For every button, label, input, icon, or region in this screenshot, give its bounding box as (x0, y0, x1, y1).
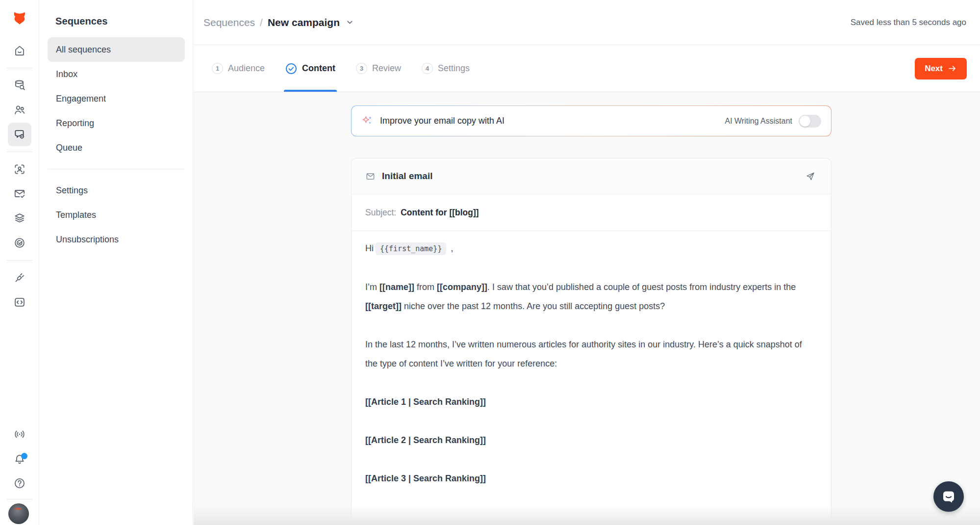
main-area: Sequences / New campaign Saved less than… (194, 0, 980, 525)
rail-item-users[interactable] (8, 98, 31, 122)
arrow-right-icon (948, 64, 957, 73)
layers-icon (13, 212, 26, 225)
sidebar-item-all-sequences[interactable]: All sequences (48, 37, 185, 62)
breadcrumb: Sequences / New campaign (203, 17, 354, 28)
rail-item-help[interactable] (8, 472, 31, 495)
sidebar-item-unsubscriptions[interactable]: Unsubscriptions (48, 227, 185, 252)
notification-dot (21, 453, 27, 459)
user-avatar[interactable] (8, 503, 29, 524)
rail-item-database-search[interactable] (8, 74, 31, 97)
app-window: Sequences All sequencesInboxEngagementRe… (0, 0, 980, 525)
sidebar: Sequences All sequencesInboxEngagementRe… (40, 0, 193, 525)
check-circle-icon (285, 63, 297, 75)
rail-item-broadcast[interactable] (8, 422, 31, 446)
person-scan-icon (13, 163, 26, 176)
icon-rail (0, 0, 39, 525)
database-search-icon (13, 79, 26, 92)
step-number: 3 (356, 63, 367, 74)
chat-target-icon (13, 128, 26, 141)
body-text: I’m (365, 282, 379, 292)
tab-audience[interactable]: 1Audience (212, 45, 265, 92)
sparkles-icon (361, 115, 374, 127)
email-paragraph: [[Article 1 | Search Ranking]] (365, 393, 807, 412)
email-paragraph: In the last 12 months, I’ve written nume… (365, 335, 807, 373)
sidebar-title: Sequences (40, 0, 193, 27)
email-title: Initial email (382, 171, 803, 182)
tab-label: Settings (438, 63, 470, 74)
fallback-tag: [[target]] (365, 301, 402, 311)
email-paragraph: Hi{{first_name}} , (365, 239, 807, 259)
tab-label: Review (372, 63, 401, 74)
tab-review[interactable]: 3Review (356, 45, 401, 92)
email-paragraph: I’m [[name]] from [[company]]. I saw tha… (365, 278, 807, 316)
rail-item-chat-target[interactable] (8, 123, 31, 146)
sidebar-item-settings[interactable]: Settings (48, 178, 185, 203)
chat-launcher-button[interactable] (933, 481, 964, 512)
sidebar-item-inbox[interactable]: Inbox (48, 62, 185, 86)
code-icon (13, 296, 26, 309)
divider (7, 499, 32, 499)
body-text: Hi (365, 243, 374, 253)
rail-item-code[interactable] (8, 290, 31, 314)
rail-item-person-scan[interactable] (8, 158, 31, 181)
body-text: In the last 12 months, I’ve written nume… (365, 340, 802, 368)
email-card-header: Initial email (352, 158, 831, 194)
ai-banner: Improve your email copy with AI AI Writi… (351, 105, 831, 136)
email-body-editor[interactable]: Hi{{first_name}} ,I’m [[name]] from [[co… (352, 231, 831, 518)
fallback-tag: [[Article 3 | Search Ranking]] (365, 473, 486, 483)
sidebar-item-engagement[interactable]: Engagement (48, 86, 185, 111)
body-text: from (414, 282, 437, 292)
mail-check-icon (13, 187, 26, 200)
body-text: , (448, 243, 453, 253)
steps-bar: 1AudienceContent3Review4Settings Next (194, 45, 980, 92)
rail-item-mail-check[interactable] (8, 182, 31, 206)
target-check-icon (13, 236, 26, 249)
body-text: . I saw that you’d published a couple of… (487, 282, 796, 292)
saved-status: Saved less than 5 seconds ago (851, 18, 966, 27)
send-test-button[interactable] (803, 169, 817, 184)
rail-item-target-check[interactable] (8, 231, 31, 255)
email-paragraph: [[Article 2 | Search Ranking]] (365, 431, 807, 450)
divider (7, 152, 32, 152)
merge-tag[interactable]: {{first_name}} (376, 242, 446, 255)
next-button[interactable]: Next (915, 58, 967, 79)
email-paragraph: [[Article 3 | Search Ranking]] (365, 469, 807, 488)
fallback-tag: [[Article 1 | Search Ranking]] (365, 397, 486, 407)
home-icon (13, 44, 26, 57)
rail-item-bell[interactable] (8, 447, 31, 471)
fallback-tag: [[company]] (437, 282, 487, 292)
sidebar-item-queue[interactable]: Queue (48, 135, 185, 160)
breadcrumb-separator: / (260, 17, 263, 28)
tab-content[interactable]: Content (285, 45, 335, 92)
hunter-logo-icon[interactable] (11, 10, 28, 26)
paper-plane-icon (805, 171, 815, 182)
breadcrumb-parent[interactable]: Sequences (203, 17, 255, 28)
ai-writing-assistant-toggle[interactable] (799, 115, 821, 128)
tab-settings[interactable]: 4Settings (422, 45, 470, 92)
broadcast-icon (13, 428, 26, 441)
subject-field[interactable]: Subject: Content for [[blog]] (352, 194, 831, 231)
sidebar-item-reporting[interactable]: Reporting (48, 111, 185, 135)
chat-bubble-icon (941, 489, 956, 504)
sidebar-item-templates[interactable]: Templates (48, 203, 185, 227)
divider (7, 68, 32, 68)
plug-icon (13, 271, 26, 284)
rail-item-home[interactable] (8, 39, 31, 62)
fallback-tag: [[name]] (379, 282, 414, 292)
page-title: New campaign (268, 17, 340, 28)
divider (7, 260, 32, 261)
ai-toggle-label: AI Writing Assistant (725, 117, 792, 126)
ai-banner-title: Improve your email copy with AI (380, 116, 725, 126)
rail-item-layers[interactable] (8, 207, 31, 230)
content-area: Improve your email copy with AI AI Writi… (194, 92, 980, 525)
body-text: niche over the past 12 months. Are you s… (402, 301, 665, 311)
rail-item-plug[interactable] (8, 266, 31, 289)
help-icon (13, 477, 26, 490)
divider (48, 169, 185, 169)
chevron-down-icon[interactable] (346, 18, 354, 26)
step-number: 1 (212, 63, 223, 74)
subject-value: Content for [[blog]] (401, 208, 478, 218)
email-card: Initial email Subject: Content for [[blo… (351, 158, 831, 518)
step-number: 4 (422, 63, 433, 74)
topbar: Sequences / New campaign Saved less than… (194, 0, 980, 45)
